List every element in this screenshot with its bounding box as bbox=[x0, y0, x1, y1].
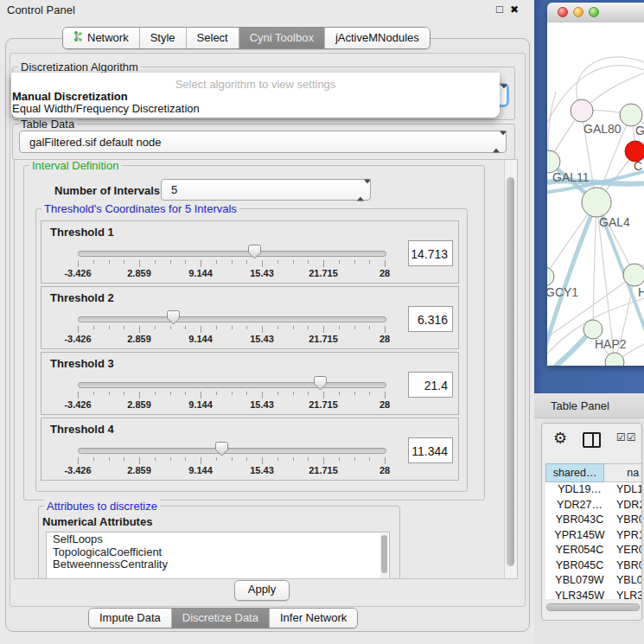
tab-impute-data[interactable]: Impute Data bbox=[89, 609, 172, 628]
attribute-item-betweennesscentrality[interactable]: BetweennessCentrality bbox=[47, 558, 389, 571]
tick-mark bbox=[339, 457, 340, 461]
apply-button[interactable]: Apply bbox=[234, 580, 290, 601]
tick-mark bbox=[124, 326, 124, 329]
tick-mark bbox=[339, 326, 340, 329]
tick-mark bbox=[232, 260, 233, 264]
table-horizontal-scrollbar[interactable] bbox=[546, 603, 640, 611]
table-row[interactable]: YPR145WYPR1 bbox=[545, 528, 641, 544]
tick-mark bbox=[308, 260, 309, 264]
node-table-container: ⚙ ☑☑ shared… na YDL19…YDL1YDR27…YDR2YBR0… bbox=[541, 423, 642, 621]
tick-mark bbox=[124, 260, 124, 264]
slider-track[interactable] bbox=[78, 382, 386, 388]
tick-mark bbox=[277, 457, 278, 461]
slider-track[interactable] bbox=[78, 251, 386, 257]
close-icon[interactable]: ✖ bbox=[510, 3, 519, 16]
network-node-h[interactable] bbox=[623, 264, 644, 286]
minimize-traffic-light-icon[interactable] bbox=[573, 7, 583, 17]
numerical-attributes-list[interactable]: SelfLoopsTopologicalCoefficientBetweenne… bbox=[46, 532, 390, 579]
tick-mark bbox=[232, 392, 233, 395]
slider-track[interactable] bbox=[78, 448, 386, 454]
table-row[interactable]: YBR045CYBR0 bbox=[545, 558, 641, 574]
tick-mark bbox=[170, 260, 171, 264]
gear-icon[interactable]: ⚙ bbox=[553, 429, 567, 448]
attributes-scrollbar[interactable] bbox=[380, 533, 388, 579]
table-header-row: shared… na bbox=[545, 463, 642, 482]
tick-mark bbox=[109, 392, 110, 395]
table-row[interactable]: YER054CYER0 bbox=[545, 543, 641, 558]
tab-cyni-toolbox[interactable]: Cyni Toolbox bbox=[239, 28, 325, 48]
algorithm-group-title: Discretization Algorithm bbox=[18, 61, 141, 73]
tick-label: 21.715 bbox=[309, 334, 338, 344]
threshold-panel-3: Threshold 3-3.4262.8599.14415.4321.71528… bbox=[41, 352, 459, 415]
tick-mark bbox=[216, 260, 217, 264]
table-row[interactable]: YLR345WYLR3 bbox=[545, 589, 641, 600]
threshold-label: Threshold 3 bbox=[50, 357, 114, 370]
tick-mark bbox=[109, 260, 110, 264]
threshold-value-field[interactable]: 6.316 bbox=[408, 306, 453, 332]
float-window-icon[interactable]: □ bbox=[496, 3, 503, 16]
tab-infer-network[interactable]: Infer Network bbox=[270, 609, 357, 628]
control-panel: Control Panel □ ✖ NetworkStyleSelectCyni… bbox=[0, 0, 534, 644]
column-header-shared-name[interactable]: shared… bbox=[545, 463, 604, 482]
tab-label: jActiveMNodules bbox=[335, 31, 419, 44]
tick-mark bbox=[216, 326, 217, 329]
network-edge bbox=[593, 202, 596, 329]
tick-label: -3.426 bbox=[64, 399, 91, 410]
cell-name: YPR1 bbox=[616, 529, 641, 541]
network-node-gcy1[interactable] bbox=[547, 267, 554, 286]
table-panel: Table Panel ⚙ ☑☑ shared… na YDL19…YDL1YD… bbox=[534, 393, 644, 644]
scrollbar-thumb[interactable] bbox=[381, 535, 387, 573]
select-columns-checkboxes-icon[interactable]: ☑☑ bbox=[616, 431, 637, 443]
tick-mark bbox=[277, 392, 278, 395]
tab-select[interactable]: Select bbox=[187, 28, 239, 48]
tick-mark bbox=[354, 326, 355, 329]
tab-jactivemnodules[interactable]: jActiveMNodules bbox=[325, 28, 430, 48]
attribute-item-selfloops[interactable]: SelfLoops bbox=[47, 532, 389, 545]
tick-mark bbox=[262, 260, 263, 267]
interval-group-title: Interval Definition bbox=[29, 159, 121, 172]
network-node-gal80[interactable] bbox=[571, 99, 593, 122]
column-header-name[interactable]: na bbox=[604, 463, 642, 482]
split-columns-icon[interactable] bbox=[583, 432, 601, 448]
cell-name: YDL1 bbox=[616, 483, 641, 495]
tick-mark bbox=[339, 260, 340, 264]
tick-label: -3.426 bbox=[64, 268, 91, 278]
network-window-titlebar[interactable] bbox=[547, 3, 644, 23]
threshold-value-field[interactable]: 21.4 bbox=[408, 372, 453, 398]
network-node-gal4[interactable] bbox=[582, 188, 611, 217]
number-of-intervals-combobox[interactable]: 5 bbox=[161, 179, 371, 201]
cell-shared-name: YBL079W bbox=[545, 574, 614, 586]
tick-label: 28 bbox=[379, 399, 390, 410]
threshold-value-field[interactable]: 11.344 bbox=[408, 437, 453, 463]
tab-discretize-data[interactable]: Discretize Data bbox=[172, 609, 270, 628]
close-traffic-light-icon[interactable] bbox=[558, 7, 568, 17]
tab-network[interactable]: Network bbox=[63, 28, 140, 48]
settings-vertical-scrollbar[interactable] bbox=[504, 160, 517, 578]
table-row[interactable]: YBL079WYBL0 bbox=[545, 573, 641, 589]
network-node[interactable] bbox=[605, 353, 624, 366]
table-row[interactable]: YDL19…YDL1 bbox=[545, 482, 641, 498]
slider-track[interactable] bbox=[78, 316, 386, 322]
thresholds-group-title: Threshold's Coordinates for 5 Intervals bbox=[41, 202, 239, 215]
threshold-value-field[interactable]: 14.713 bbox=[408, 240, 453, 266]
cell-shared-name: YPR145W bbox=[545, 529, 614, 541]
tick-label: 15.43 bbox=[250, 334, 274, 344]
zoom-traffic-light-icon[interactable] bbox=[589, 7, 599, 17]
numerical-attributes-label: Numerical Attributes bbox=[42, 515, 152, 528]
scrollbar-thumb[interactable] bbox=[507, 177, 514, 566]
tick-mark bbox=[139, 326, 140, 333]
tick-label: -3.426 bbox=[64, 465, 91, 475]
network-canvas[interactable]: GAL80GACGAL11GAL4GCY1HHAP2 bbox=[547, 22, 644, 366]
tab-style[interactable]: Style bbox=[140, 28, 187, 48]
network-node-hap2[interactable] bbox=[583, 320, 603, 339]
tick-mark bbox=[385, 326, 386, 333]
table-row[interactable]: YBR043CYBR0 bbox=[545, 513, 641, 528]
dropdown-item-equal-width-frequency-discretization[interactable]: Equal Width/Frequency Discretization bbox=[11, 103, 500, 115]
table-panel-header: Table Panel bbox=[534, 393, 644, 418]
table-data-combobox[interactable]: galFiltered.sif default node bbox=[19, 131, 507, 153]
tick-mark bbox=[185, 457, 186, 461]
control-panel-tabs: NetworkStyleSelectCyni ToolboxjActiveMNo… bbox=[62, 27, 430, 49]
table-row[interactable]: YDR27…YDR2 bbox=[545, 498, 641, 513]
attribute-item-topologicalcoefficient[interactable]: TopologicalCoefficient bbox=[47, 545, 389, 558]
dropdown-item-manual-discretization[interactable]: Manual Discretization bbox=[11, 91, 500, 103]
